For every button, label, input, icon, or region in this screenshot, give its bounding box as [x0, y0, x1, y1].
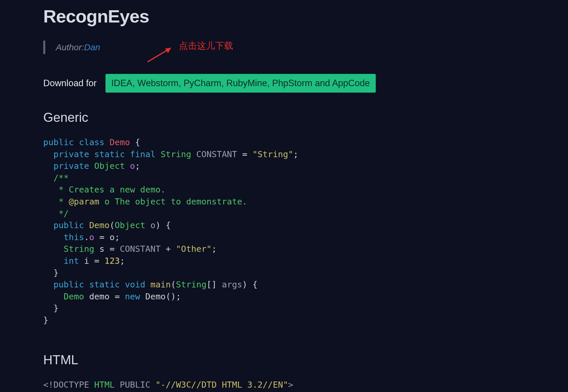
code-token: =: [94, 232, 110, 242]
code-token: .: [84, 232, 89, 242]
code-token: [115, 380, 120, 390]
code-token: ) {: [242, 280, 257, 289]
code-token: int: [64, 256, 79, 266]
code-block-generic: public class Demo { private static final…: [43, 136, 525, 326]
code-token: i: [79, 256, 89, 266]
code-token: (: [171, 280, 176, 289]
code-token: public: [43, 137, 74, 147]
code-token: =: [237, 149, 252, 159]
code-token: @param: [69, 197, 99, 207]
code-token: Demo: [89, 220, 110, 230]
quote-bar: [43, 41, 45, 54]
code-token: +: [161, 244, 176, 254]
code-token: CONSTANT: [196, 149, 237, 159]
author-label: Author:: [56, 42, 84, 52]
code-token: [89, 380, 94, 390]
code-token: o The object to demonstrate.: [99, 197, 247, 207]
code-token: Demo: [110, 137, 130, 147]
code-token: public: [53, 220, 84, 230]
code-token: o: [145, 220, 155, 230]
code-token: >: [288, 380, 293, 390]
code-token: =: [110, 292, 125, 301]
code-token: main: [150, 280, 171, 289]
code-token: Demo: [140, 292, 166, 301]
code-token: this: [64, 232, 84, 242]
code-token: (: [110, 220, 115, 230]
code-token: o: [130, 161, 135, 171]
code-token: "-//W3C//DTD HTML 3.2//EN": [155, 380, 288, 390]
code-token: =: [105, 244, 120, 254]
code-token: ;: [120, 256, 125, 266]
code-token: final: [130, 149, 155, 159]
code-token: ;: [212, 244, 217, 254]
code-token: public: [53, 280, 84, 289]
author-block: Author: Dan: [43, 41, 525, 54]
code-token: [150, 380, 155, 390]
code-token: String: [176, 280, 207, 289]
code-token: PUBLIC: [120, 380, 150, 390]
page-title: RecognEyes: [43, 6, 525, 27]
code-token: DOCTYPE: [53, 380, 89, 390]
download-row: Download for IDEA, Webstorm, PyCharm, Ru…: [43, 74, 525, 93]
code-token: CONSTANT: [120, 244, 161, 254]
code-token: */: [43, 209, 69, 218]
code-token: o: [110, 232, 115, 242]
download-label: Download for: [43, 78, 97, 89]
code-token: args: [222, 280, 242, 289]
download-button[interactable]: IDEA, Webstorm, PyCharm, RubyMine, PhpSt…: [105, 74, 376, 93]
code-token: demo: [84, 292, 110, 301]
section-heading-html: HTML: [43, 353, 525, 367]
code-token: "Other": [176, 244, 212, 254]
author-link[interactable]: Dan: [84, 42, 100, 52]
code-token: ;: [135, 161, 140, 171]
code-token: Object: [115, 220, 145, 230]
code-token: * Creates a new demo.: [43, 185, 166, 195]
code-token: =: [89, 256, 104, 266]
code-token: }: [43, 303, 58, 313]
code-token: {: [130, 137, 140, 147]
code-token: /**: [43, 173, 69, 183]
code-token: 123: [105, 256, 120, 266]
code-token: void: [125, 280, 145, 289]
page-content: RecognEyes Author: Dan 点击这儿下载 Download f…: [0, 0, 568, 392]
code-token: private: [53, 149, 89, 159]
code-token: []: [207, 280, 222, 289]
section-heading-generic: Generic: [43, 110, 525, 125]
code-token: Demo: [64, 292, 84, 301]
code-token: ();: [166, 292, 181, 301]
code-token: String: [64, 244, 94, 254]
code-token: <!: [43, 380, 53, 390]
code-token: ) {: [155, 220, 171, 230]
code-token: static: [89, 280, 120, 289]
code-token: "String": [252, 149, 293, 159]
code-token: ;: [293, 149, 298, 159]
code-token: *: [43, 197, 69, 207]
code-token: s: [94, 244, 105, 254]
code-block-html: <!DOCTYPE HTML PUBLIC "-//W3C//DTD HTML …: [43, 379, 525, 392]
code-token: static: [94, 149, 125, 159]
code-token: ;: [115, 232, 120, 242]
code-token: new: [125, 292, 140, 301]
code-token: class: [79, 137, 104, 147]
download-annotation: 点击这儿下载: [179, 40, 233, 52]
code-token: Object: [94, 161, 125, 171]
code-token: String: [161, 149, 191, 159]
code-token: }: [43, 268, 58, 278]
code-token: o: [89, 232, 94, 242]
code-token: }: [43, 315, 48, 325]
code-token: HTML: [94, 380, 115, 390]
code-token: private: [53, 161, 89, 171]
